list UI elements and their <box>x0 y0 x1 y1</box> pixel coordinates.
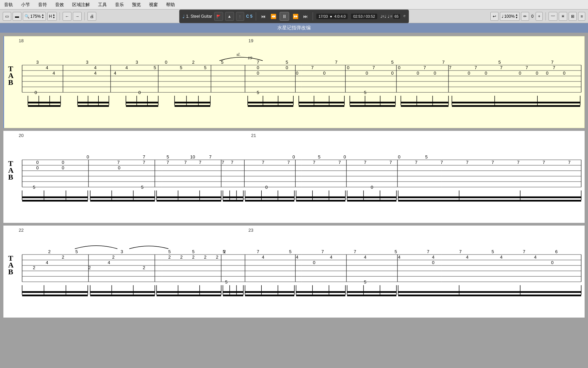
position-display: 17/33 <box>318 14 328 18</box>
system-3 <box>3 226 585 318</box>
go-end-btn[interactable]: ⏭ <box>302 13 309 20</box>
grid-btn[interactable]: ⊞ <box>569 12 577 21</box>
tempo-value: 65 <box>393 14 400 19</box>
print-btn[interactable]: 🖨 <box>87 12 96 21</box>
add-btn[interactable]: + <box>536 12 543 21</box>
fast-forward-btn[interactable]: ⏩ <box>291 13 300 20</box>
menu-item-note[interactable]: 音符 <box>37 1 48 9</box>
edit-btn[interactable]: ✏ <box>521 12 529 21</box>
right-toolbar: ↩ ♩ 100% ▲ ▼ ✏ 0 + 〰 ☀ ⊞ ≡ <box>488 10 588 23</box>
menu-bar: 音轨 小节 音符 音效 区域注解 工具 音乐 预览 视窗 帮助 <box>0 0 588 10</box>
system-2 <box>3 131 585 223</box>
score-title-bar: 水星记指弹改编 <box>0 23 588 33</box>
menu-item-help[interactable]: 帮助 <box>165 1 176 9</box>
view-single-btn[interactable]: ▭ <box>3 12 11 21</box>
menu-item-region[interactable]: 区域注解 <box>71 1 91 9</box>
transport-more-btn[interactable]: ⋮ <box>236 12 244 21</box>
brightness-btn[interactable]: ☀ <box>559 12 567 21</box>
redo-btn[interactable]: → <box>73 12 82 21</box>
menu-item-tools[interactable]: 工具 <box>97 1 108 9</box>
undo-right-btn[interactable]: ↩ <box>490 12 499 21</box>
view-double-btn[interactable]: ▬ <box>13 12 21 21</box>
staff-canvas-3 <box>3 226 585 318</box>
staff-canvas-1 <box>3 36 585 128</box>
menu-item-track[interactable]: 音轨 <box>3 1 14 9</box>
rewind-btn[interactable]: ⏪ <box>269 13 278 20</box>
zoom-value: 175% <box>30 14 41 19</box>
menu-item-effect[interactable]: 音效 <box>54 1 65 9</box>
settings-btn[interactable]: ≡ <box>578 12 585 21</box>
transport-flag-btn[interactable]: 🚩 <box>214 12 223 21</box>
track-name: 1. Steel Guitar <box>186 14 212 19</box>
pause-btn[interactable]: ⏸ <box>280 12 289 21</box>
menu-item-preview[interactable]: 预览 <box>131 1 142 9</box>
system-1 <box>3 36 585 128</box>
go-start-btn[interactable]: ⏮ <box>260 13 267 20</box>
tempo-note: ♩ = <box>388 14 392 19</box>
score-area[interactable] <box>0 33 588 368</box>
menu-item-music[interactable]: 音乐 <box>114 1 125 9</box>
elapsed-display: 02:53 <box>353 14 363 18</box>
time-sig-icon: 𝄴 <box>403 13 406 19</box>
staff-canvas-2 <box>3 131 585 223</box>
menu-item-measure[interactable]: 小节 <box>20 1 31 9</box>
transport-center: ♩ 1. Steel Guitar 🚩 ▲ ⋮ C 5 ⏮ ⏪ ⏸ ⏩ ⏭ 17… <box>179 10 409 23</box>
undo-btn[interactable]: ← <box>63 12 71 21</box>
edit-value: 0 <box>530 14 534 19</box>
transport-metronome-btn[interactable]: ▲ <box>225 12 234 21</box>
zoom-icon: 🔍 <box>24 14 30 19</box>
time-sig-display: 4:0:4.0 <box>334 14 346 18</box>
total-display: 03:52 <box>366 14 375 18</box>
key-display: C 5 <box>246 14 252 19</box>
track-note-icon: ♩ <box>182 14 185 19</box>
waveform-btn[interactable]: 〰 <box>549 12 557 21</box>
menu-item-window[interactable]: 视窗 <box>148 1 159 9</box>
score-title: 水星记指弹改编 <box>277 25 311 31</box>
note-symbol: ♩=♩ <box>380 14 386 19</box>
